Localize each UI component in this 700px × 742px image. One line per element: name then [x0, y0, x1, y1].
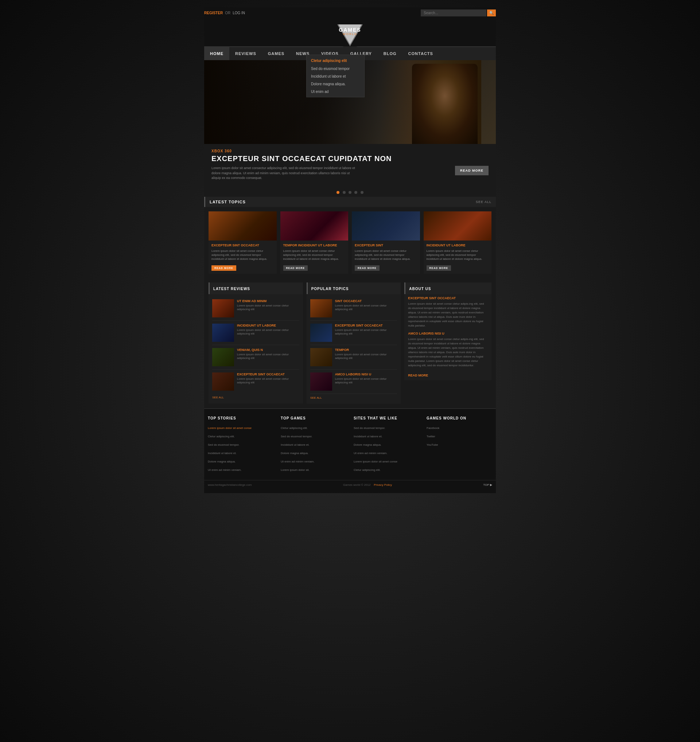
footer-story-4[interactable]: Incididunt ut labore et.	[208, 449, 273, 456]
latest-topics-see-all[interactable]: SEE ALL	[476, 200, 491, 204]
footer-story-5[interactable]: Dolore magna aliqua.	[208, 457, 273, 464]
footer-story-1[interactable]: Lorem ipsum dolor sit amet conse	[208, 424, 273, 430]
footer-site-link-2[interactable]: Incididunt ut labore et.	[354, 435, 382, 438]
topic-read-more-1[interactable]: READ MORE	[211, 265, 236, 271]
about-read-more[interactable]: READ MORE	[408, 374, 428, 377]
footer-youtube-link[interactable]: YouTube	[427, 443, 438, 446]
footer-site-2[interactable]: Incididunt ut labore et.	[354, 432, 419, 439]
popular-title-4: AMCO LABORIS NISI U	[335, 372, 397, 376]
search-container: 🔍	[421, 9, 496, 16]
footer-game-link-4[interactable]: Dolore magna aliqua.	[281, 452, 308, 455]
footer-story-link-4[interactable]: Incididunt ut labore et.	[208, 452, 237, 455]
hero-read-more-button[interactable]: READ MORE	[455, 166, 489, 175]
search-button[interactable]: 🔍	[487, 9, 496, 16]
dropdown-item-4[interactable]: Ut enim ad	[307, 88, 364, 96]
footer-top-link[interactable]: TOP ▶	[483, 483, 492, 487]
search-input[interactable]	[421, 9, 486, 16]
footer-game-link-1[interactable]: Cletur adipiscing elit.	[281, 426, 308, 430]
popular-thumb-4	[310, 372, 332, 391]
footer-site-6[interactable]: Cletur adipiscing elit.	[354, 466, 419, 472]
footer-game-6[interactable]: Lorem ipsum dolor sit.	[281, 466, 346, 472]
footer-game-link-2[interactable]: Sed do eiusmod tempor.	[281, 435, 312, 438]
latest-reviews-title: LATEST REVIEWS	[213, 287, 250, 291]
nav-link-games[interactable]: GAMES	[262, 47, 290, 60]
nav-item-reviews[interactable]: REVIEWS	[229, 47, 262, 60]
footer-site-1[interactable]: Sed do eiusmod tempor.	[354, 424, 419, 430]
hero-dot-5[interactable]	[361, 191, 364, 194]
top-bar: REGISTER OR LOG IN 🔍	[204, 7, 496, 19]
footer-site-link-1[interactable]: Sed do eiusmod tempor.	[354, 426, 385, 430]
topic-image-2	[280, 211, 349, 240]
footer-story-link-1[interactable]: Lorem ipsum dolor sit amet conse	[208, 426, 252, 430]
hero-dot-3[interactable]	[349, 191, 351, 194]
footer-story-link-3[interactable]: Sed do eiusmod tempor.	[208, 443, 240, 446]
dropdown-link-1[interactable]: Sed do eiusmod tempor	[307, 65, 364, 72]
nav-link-blog[interactable]: BLOG	[378, 47, 402, 60]
popular-see-all[interactable]: SEE ALL	[310, 394, 397, 402]
nav-arrow	[343, 46, 357, 52]
footer-story-link-6[interactable]: Ut enim ad minim veniam.	[208, 468, 241, 471]
footer-site-4[interactable]: Ut enim ad minim veniam.	[354, 449, 419, 456]
hero-dot-4[interactable]	[354, 191, 357, 194]
footer-facebook-link[interactable]: Facebook	[427, 426, 439, 430]
footer-twitter-link[interactable]: Twitter	[427, 435, 435, 438]
footer-social-facebook[interactable]: Facebook	[427, 424, 492, 430]
nav-item-games[interactable]: GAMES	[262, 47, 290, 60]
footer-site-5[interactable]: Lorem ipsum dolor sit amet conse	[354, 457, 419, 464]
footer-story-link-5[interactable]: Dolore magna aliqua.	[208, 460, 236, 463]
reviews-see-all[interactable]: SEE ALL	[212, 394, 299, 401]
footer-privacy-link[interactable]: Privacy Policy	[374, 483, 392, 487]
nav-item-home[interactable]: HOME	[204, 47, 229, 60]
review-item-1: UT ENIM AD MINIM Lorem ipsum dolor sit a…	[212, 296, 299, 321]
footer-game-link-3[interactable]: Incididunt ut labore et.	[281, 443, 309, 446]
dropdown-item-3[interactable]: Dolore magna aliqua.	[307, 80, 364, 88]
nav-link-contacts[interactable]: CONTACTS	[402, 47, 439, 60]
footer-grid: TOP STORIES Lorem ipsum dolor sit amet c…	[204, 416, 496, 480]
footer-top-stories: TOP STORIES Lorem ipsum dolor sit amet c…	[208, 416, 273, 474]
footer-social-youtube[interactable]: YouTube	[427, 440, 492, 447]
register-link[interactable]: REGISTER	[204, 11, 223, 15]
topic-read-more-3[interactable]: READ MORE	[355, 265, 380, 271]
footer-site-link-4[interactable]: Ut enim ad minim veniam.	[354, 452, 387, 455]
footer-game-1[interactable]: Cletur adipiscing elit.	[281, 424, 346, 430]
topic-read-more-4[interactable]: READ MORE	[427, 265, 451, 271]
footer-site-link-5[interactable]: Lorem ipsum dolor sit amet conse	[354, 460, 397, 463]
footer-game-2[interactable]: Sed do eiusmod tempor.	[281, 432, 346, 439]
popular-thumb-1	[310, 299, 332, 317]
logo: GAMES WORLD	[204, 22, 496, 46]
topic-read-more-2[interactable]: READ MORE	[283, 265, 308, 271]
nav-link-reviews[interactable]: REVIEWS	[229, 47, 262, 60]
footer-game-3[interactable]: Incididunt ut labore et.	[281, 440, 346, 447]
topic-content-2: TEMPOR INCIDIDUNT UT LABORE Lorem ipsum …	[280, 240, 349, 274]
dropdown-item-2[interactable]: Incididunt ut labore et	[307, 72, 364, 80]
footer-top-anchor[interactable]: TOP ▶	[483, 483, 492, 487]
footer-story-3[interactable]: Sed do eiusmod tempor.	[208, 440, 273, 447]
footer-story-link-2[interactable]: Cletur adipiscing elit.	[208, 435, 235, 438]
footer-game-4[interactable]: Dolore magna aliqua.	[281, 449, 346, 456]
latest-topics-title: LATEST TOPICS	[210, 200, 246, 204]
nav-item-blog[interactable]: BLOG	[378, 47, 402, 60]
dropdown-item-1[interactable]: Sed do eiusmod tempor	[307, 65, 364, 72]
footer-game-5[interactable]: Ut enim ad minim veniam.	[281, 457, 346, 464]
footer-site-link-6[interactable]: Cletur adipiscing elit.	[354, 468, 381, 471]
footer-game-link-6[interactable]: Lorem ipsum dolor sit.	[281, 468, 309, 471]
dropdown-link-2[interactable]: Incididunt ut labore et	[307, 72, 364, 80]
topic-text-4: Lorem ipsum dolor sit amet conse cletur …	[427, 249, 489, 261]
footer-story-6[interactable]: Ut enim ad minim veniam.	[208, 466, 273, 472]
popular-item-2: EXCEPTEUR SINT OCCAECAT Lorem ipsum dolo…	[310, 321, 397, 345]
footer-story-2[interactable]: Cletur adipiscing elit.	[208, 432, 273, 439]
dropdown-link-3[interactable]: Dolore magna aliqua.	[307, 80, 364, 88]
hero-dot-1[interactable]	[336, 191, 339, 194]
dropdown-link-4[interactable]: Ut enim ad	[307, 88, 364, 96]
latest-reviews-header: LATEST REVIEWS	[209, 283, 303, 294]
nav-link-home[interactable]: HOME	[204, 47, 229, 60]
footer-game-link-5[interactable]: Ut enim ad minim veniam.	[281, 460, 314, 463]
topic-card-2: TEMPOR INCIDIDUNT UT LABORE Lorem ipsum …	[280, 211, 349, 274]
nav-item-contacts[interactable]: CONTACTS	[402, 47, 439, 60]
login-link[interactable]: LOG IN	[233, 11, 245, 15]
popular-title-1: SINT OCCAECAT	[335, 299, 397, 303]
hero-dot-2[interactable]	[343, 191, 346, 194]
footer-social-twitter[interactable]: Twitter	[427, 432, 492, 439]
footer-site-link-3[interactable]: Dolore magna aliqua.	[354, 443, 381, 446]
footer-site-3[interactable]: Dolore magna aliqua.	[354, 440, 419, 447]
